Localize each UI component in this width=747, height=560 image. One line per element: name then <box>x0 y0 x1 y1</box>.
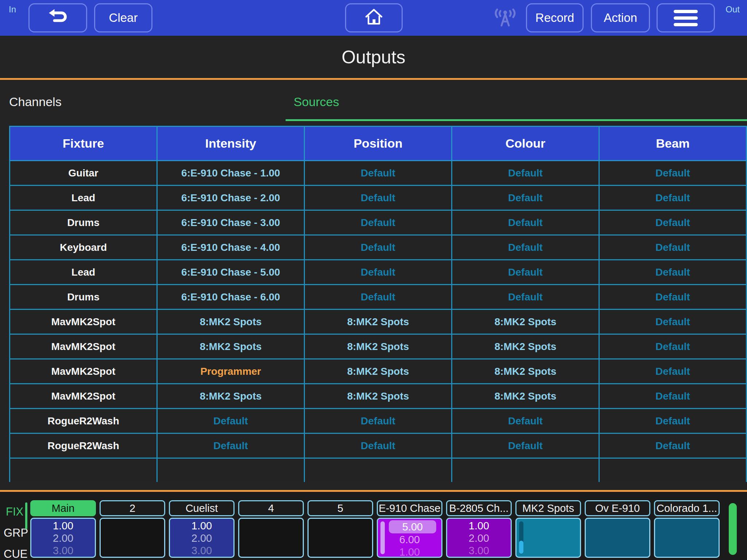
cell-fixture: MavMK2Spot <box>10 359 157 384</box>
playback-tile-mk2-spots[interactable]: MK2 Spots <box>515 500 581 558</box>
undo-arrow-icon <box>46 8 70 28</box>
fader-thumb[interactable] <box>519 541 523 554</box>
cell-fixture: Drums <box>10 285 157 310</box>
cell-default: Default <box>599 161 747 186</box>
undo-button[interactable] <box>28 3 87 32</box>
cell-source: 8:MK2 Spots <box>452 310 599 334</box>
cell-source: 8:MK2 Spots <box>305 359 452 384</box>
playback-value: 1.00 <box>170 520 233 532</box>
playback-body[interactable]: 1.002.003.00 <box>446 518 512 558</box>
action-button[interactable]: Action <box>591 3 650 32</box>
cell-default: Default <box>305 260 452 285</box>
cell-default: Default <box>305 235 452 260</box>
playback-title[interactable]: E-910 Chase <box>377 500 442 516</box>
playback-value: 2.00 <box>447 532 511 544</box>
outputs-screen: In Clear <box>0 0 747 560</box>
playback-value: 1.00 <box>378 546 441 558</box>
col-fixture: Fixture <box>10 127 157 161</box>
playback-tile-ov-e-910[interactable]: Ov E-910 <box>585 500 650 558</box>
playback-title[interactable]: 5 <box>307 500 373 516</box>
bank-label-cue: CUE <box>4 548 27 560</box>
playback-value: 5.00 <box>389 520 436 533</box>
clear-button[interactable]: Clear <box>94 3 152 32</box>
cell-source: 8:MK2 Spots <box>452 384 599 409</box>
playback-body[interactable] <box>238 518 304 558</box>
page-title: Outputs <box>0 47 747 68</box>
cell-default: Default <box>305 285 452 310</box>
playback-body[interactable] <box>515 518 581 558</box>
home-icon <box>364 7 384 29</box>
tab-sources[interactable]: Sources <box>294 95 339 109</box>
playback-tile-b-2805-ch[interactable]: B-2805 Ch...1.002.003.00 <box>446 500 512 558</box>
cell-default: Default <box>599 285 747 310</box>
playback-tile-4[interactable]: 4 <box>238 500 304 558</box>
playback-body[interactable] <box>585 518 650 558</box>
cell-source: 6:E-910 Chase - 2.00 <box>157 186 305 210</box>
playback-value: 3.00 <box>31 544 95 557</box>
record-button[interactable]: Record <box>526 3 584 32</box>
outputs-table: Fixture Intensity Position Colour Beam G… <box>9 126 747 482</box>
cell-programmer: Programmer <box>157 359 305 384</box>
cell-source: 6:E-910 Chase - 5.00 <box>157 260 305 285</box>
playback-tile-main[interactable]: Main1.002.003.00 <box>30 500 96 558</box>
playback-title[interactable]: 2 <box>100 500 165 516</box>
cell-default: Default <box>157 409 305 433</box>
playback-title[interactable]: Main <box>30 500 96 516</box>
playback-value: 3.00 <box>170 544 233 557</box>
playback-title[interactable]: Colorado 1... <box>654 500 720 516</box>
playback-strip: Main1.002.003.002Cuelist1.002.003.0045E-… <box>30 500 720 558</box>
master-fader[interactable] <box>729 503 737 555</box>
cell-source: 6:E-910 Chase - 3.00 <box>157 210 305 235</box>
playback-tile-e-910-chase[interactable]: E-910 Chase5.006.001.00 <box>377 500 442 558</box>
cell-default: Default <box>452 210 599 235</box>
playback-value: 2.00 <box>31 532 95 544</box>
tab-channels[interactable]: Channels <box>9 95 62 109</box>
cell-source: 6:E-910 Chase - 1.00 <box>157 161 305 186</box>
cell-source: 8:MK2 Spots <box>452 334 599 359</box>
col-position: Position <box>305 127 452 161</box>
cell-default: Default <box>305 186 452 210</box>
playback-title[interactable]: MK2 Spots <box>515 500 581 516</box>
cell-default: Default <box>599 359 747 384</box>
playback-body[interactable]: 1.002.003.00 <box>169 518 235 558</box>
playback-body[interactable] <box>654 518 720 558</box>
playback-title[interactable]: B-2805 Ch... <box>446 500 512 516</box>
cell-default: Default <box>452 285 599 310</box>
top-toolbar: In Clear <box>0 0 747 36</box>
cell-default: Default <box>599 310 747 334</box>
menu-button[interactable] <box>657 3 715 32</box>
cell-fixture: Drums <box>10 210 157 235</box>
playback-body[interactable] <box>307 518 373 558</box>
fader-track[interactable] <box>380 521 385 554</box>
cell-default: Default <box>452 433 599 458</box>
playback-body[interactable]: 5.006.001.00 <box>377 518 442 558</box>
home-button[interactable] <box>345 3 403 32</box>
cell-default: Default <box>305 433 452 458</box>
cell-default: Default <box>599 433 747 458</box>
table-row: Lead6:E-910 Chase - 2.00DefaultDefaultDe… <box>10 186 747 210</box>
cell-default: Default <box>157 433 305 458</box>
playback-tile-2[interactable]: 2 <box>100 500 165 558</box>
cell-default: Default <box>452 409 599 433</box>
playback-value: 1.00 <box>447 520 511 532</box>
playback-body[interactable]: 1.002.003.00 <box>30 518 96 558</box>
playback-title[interactable]: Cuelist <box>169 500 235 516</box>
cell-default: Default <box>305 409 452 433</box>
table-row: MavMK2Spot8:MK2 Spots8:MK2 Spots8:MK2 Sp… <box>10 334 747 359</box>
cell-empty <box>599 458 747 482</box>
playback-tile-cuelist[interactable]: Cuelist1.002.003.00 <box>169 500 235 558</box>
playback-title[interactable]: Ov E-910 <box>585 500 650 516</box>
playback-tile-colorado-1[interactable]: Colorado 1... <box>654 500 720 558</box>
cell-default: Default <box>305 210 452 235</box>
bank-label-grp: GRP <box>4 526 28 540</box>
playback-tile-5[interactable]: 5 <box>307 500 373 558</box>
cell-fixture: Keyboard <box>10 235 157 260</box>
bank-label-fix: FIX <box>6 505 23 518</box>
wireless-antenna-icon <box>493 8 517 28</box>
table-row: RogueR2WashDefaultDefaultDefaultDefault <box>10 409 747 433</box>
playback-value: 6.00 <box>378 533 441 546</box>
playback-body[interactable] <box>100 518 165 558</box>
cell-empty <box>305 458 452 482</box>
cell-source: 8:MK2 Spots <box>305 310 452 334</box>
playback-title[interactable]: 4 <box>238 500 304 516</box>
